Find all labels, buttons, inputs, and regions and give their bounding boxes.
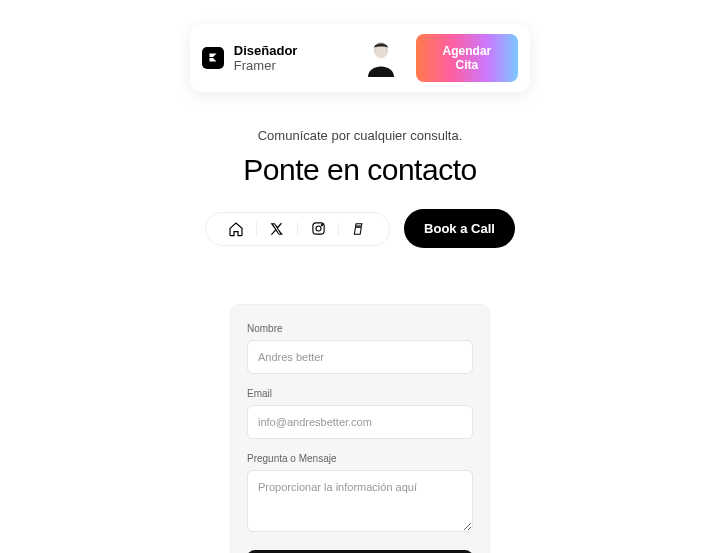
svg-point-4: [321, 224, 322, 225]
divider: [256, 222, 257, 236]
social-nav: [205, 212, 390, 246]
contact-form: Nombre Email Pregunta o Mensaje Enviar: [230, 304, 490, 553]
brand-light: Framer: [234, 58, 276, 73]
divider: [338, 222, 339, 236]
logo-icon: [202, 47, 224, 69]
avatar: [362, 39, 400, 77]
top-bar: Diseñador Framer Agendar Cita: [190, 24, 530, 92]
email-input[interactable]: [247, 405, 473, 439]
schedule-button[interactable]: Agendar Cita: [416, 34, 518, 82]
brand-text: Diseñador Framer: [234, 43, 342, 73]
brand-strong: Diseñador: [234, 43, 298, 58]
message-textarea[interactable]: [247, 470, 473, 532]
svg-point-3: [316, 226, 321, 231]
message-label: Pregunta o Mensaje: [247, 453, 473, 464]
cv-icon[interactable]: [343, 222, 375, 236]
page-subtitle: Comunícate por cualquier consulta.: [0, 128, 720, 143]
name-label: Nombre: [247, 323, 473, 334]
home-icon[interactable]: [220, 221, 252, 237]
divider: [297, 222, 298, 236]
nav-row: Book a Call: [0, 209, 720, 248]
instagram-icon[interactable]: [302, 221, 334, 236]
email-label: Email: [247, 388, 473, 399]
svg-point-1: [376, 46, 387, 59]
book-call-button[interactable]: Book a Call: [404, 209, 515, 248]
x-twitter-icon[interactable]: [261, 222, 293, 236]
name-input[interactable]: [247, 340, 473, 374]
page-title: Ponte en contacto: [0, 153, 720, 187]
